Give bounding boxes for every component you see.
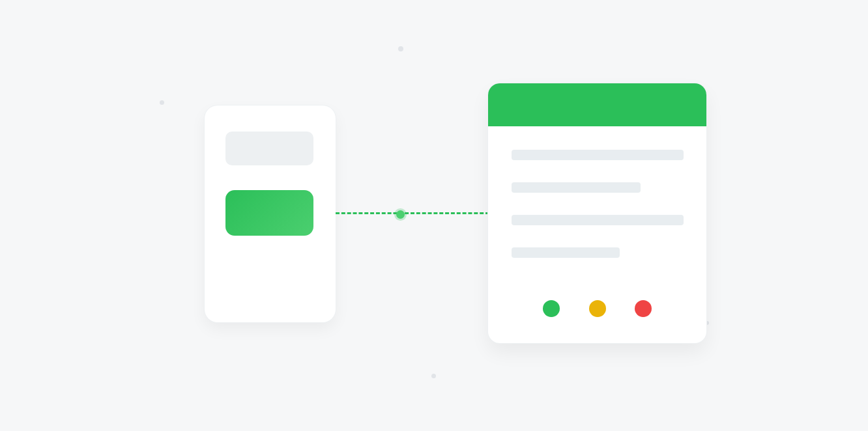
- source-card-item-placeholder: [225, 132, 313, 165]
- status-dot-green[interactable]: [543, 300, 560, 317]
- status-dot-yellow[interactable]: [589, 300, 606, 317]
- detail-card: [488, 83, 706, 343]
- detail-line: [512, 247, 620, 258]
- source-card-item-active[interactable]: [225, 190, 313, 236]
- detail-line: [512, 150, 684, 160]
- status-row: [488, 300, 706, 317]
- detail-line: [512, 215, 684, 225]
- detail-card-body: [488, 126, 706, 258]
- source-card: [205, 105, 336, 322]
- background-dot: [160, 100, 164, 105]
- detail-line: [512, 182, 641, 193]
- background-dot: [431, 374, 436, 378]
- detail-card-header: [488, 83, 706, 126]
- connector-midpoint-node: [396, 210, 405, 219]
- background-dot: [398, 46, 403, 51]
- connector-line: [336, 212, 489, 214]
- status-dot-red[interactable]: [635, 300, 652, 317]
